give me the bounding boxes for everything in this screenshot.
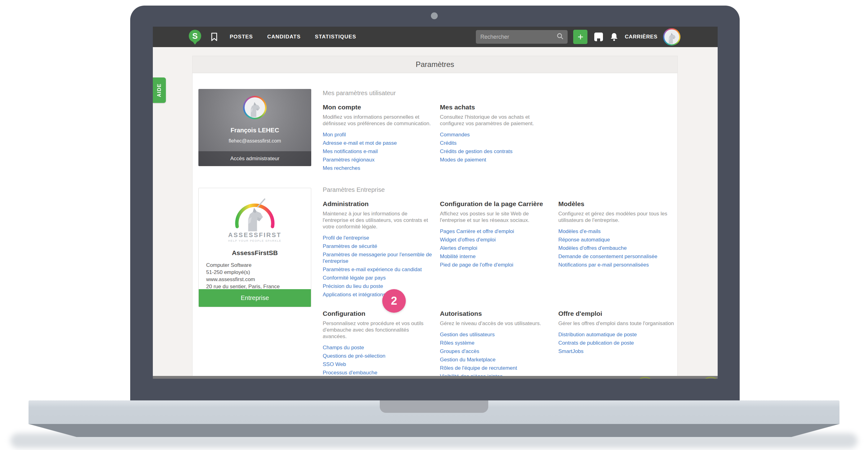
settings-link[interactable]: Paramètres e-mail expérience du candidat: [323, 266, 432, 273]
settings-link[interactable]: Questions de pré-sélection: [323, 353, 432, 359]
user-email: flehec@assessfirst.com: [228, 138, 281, 144]
settings-link[interactable]: Modèles d'offres d'embauche: [558, 245, 676, 251]
settings-link[interactable]: Pages Carrière et offre d'emploi: [440, 228, 549, 235]
settings-link[interactable]: Modèles d'e-mails: [558, 228, 676, 235]
search-box[interactable]: [476, 30, 568, 44]
settings-link[interactable]: Profil de l'entreprise: [323, 235, 432, 241]
nav-candidats[interactable]: CANDIDATS: [267, 34, 301, 40]
user-profile-avatar: [243, 96, 267, 119]
avatar-unicorn-image: [664, 29, 679, 44]
group-desc: Configurez et gérez des modèles pour tou…: [558, 211, 676, 223]
help-tab-label: AIDE: [157, 84, 162, 97]
group-mon-compte: Mon compte Modifiez vos informations per…: [323, 103, 432, 173]
settings-link[interactable]: Visibilité des pièces jointes: [440, 373, 549, 376]
group-page-carriere: Configuration de la page Carrière Affich…: [440, 200, 549, 270]
settings-link[interactable]: Mes notifications e-mail: [323, 148, 432, 155]
settings-link[interactable]: Widget d'offres d'emploi: [440, 236, 549, 243]
annotation-badge-2[interactable]: 2: [382, 289, 406, 313]
bookmark-icon[interactable]: [211, 32, 218, 41]
settings-link[interactable]: Crédits: [440, 140, 549, 146]
nav-statistiques[interactable]: STATISTIQUES: [315, 34, 356, 40]
group-desc: Consultez l'historique de vos achats et …: [440, 114, 549, 127]
group-title: Configuration: [323, 310, 432, 317]
app-screen: S POSTES CANDIDATS STATISTIQUES +: [153, 27, 718, 376]
settings-link[interactable]: Alertes d'emploi: [440, 245, 549, 251]
notifications-bell-icon[interactable]: [610, 32, 618, 42]
settings-link[interactable]: Conformité légale par pays: [323, 275, 432, 281]
settings-link[interactable]: Crédits de gestion des contrats: [440, 148, 549, 155]
entreprise-button[interactable]: Entreprise: [199, 289, 311, 307]
top-navigation-bar: S POSTES CANDIDATS STATISTIQUES +: [153, 27, 718, 47]
group-desc: Modifiez vos informations personnelles e…: [323, 114, 432, 127]
settings-link[interactable]: Gestion des utilisateurs: [440, 331, 549, 338]
group-configuration: Configuration Personnalisez votre procéd…: [323, 310, 432, 376]
group-desc: Affichez vos postes sur le site Web de l…: [440, 211, 549, 223]
settings-link[interactable]: Champs du poste: [323, 344, 432, 351]
group-desc: Gérez le niveau d'accès de vos utilisate…: [440, 320, 549, 327]
laptop-base-front: [29, 424, 839, 437]
settings-link[interactable]: Commandes: [440, 131, 549, 138]
settings-link[interactable]: Demande de consentement personnalisée: [558, 253, 676, 260]
search-icon[interactable]: [556, 33, 564, 41]
help-tab[interactable]: AIDE: [153, 77, 166, 103]
annotation-circle-partial: [635, 377, 655, 379]
laptop-mockup: S POSTES CANDIDATS STATISTIQUES +: [0, 0, 868, 450]
user-avatar[interactable]: [663, 28, 680, 45]
add-new-button[interactable]: +: [573, 30, 587, 44]
settings-link[interactable]: Précision du lieu du poste: [323, 283, 432, 289]
settings-link[interactable]: SSO Web: [323, 361, 432, 367]
settings-link[interactable]: Groupes d'accès: [440, 348, 549, 355]
settings-link[interactable]: Mon profil: [323, 131, 432, 138]
smartrecruiters-logo[interactable]: S: [189, 30, 201, 42]
group-modeles: Modèles Configurez et gérez des modèles …: [558, 200, 676, 270]
settings-link[interactable]: Paramètres de messagerie pour l'ensemble…: [323, 251, 432, 264]
nav-postes[interactable]: POSTES: [230, 34, 253, 40]
user-name: François LEHEC: [230, 127, 279, 134]
group-title: Configuration de la page Carrière: [440, 200, 549, 207]
group-title: Modèles: [558, 200, 676, 207]
company-industry: Computer Software: [206, 262, 311, 269]
laptop-hinge-notch: [380, 400, 488, 413]
company-card: ASSESSFIRST HELP YOUR PEOPLE SPARKLE Ass…: [198, 188, 311, 307]
access-level-badge: Accès administrateur: [198, 151, 311, 166]
settings-link[interactable]: SmartJobs: [558, 348, 676, 355]
main-nav: POSTES CANDIDATS STATISTIQUES: [230, 34, 356, 40]
settings-link[interactable]: Contrats de publication de poste: [558, 340, 676, 346]
group-autorisations: Autorisations Gérez le niveau d'accès de…: [440, 310, 549, 376]
company-logo: ASSESSFIRST HELP YOUR PEOPLE SPARKLE: [199, 188, 311, 243]
settings-link[interactable]: Applications et intégrations: [323, 291, 432, 298]
settings-link[interactable]: Distribution automatique de poste: [558, 331, 676, 338]
webcam-dot: [431, 12, 438, 19]
settings-link[interactable]: Rôles système: [440, 340, 549, 346]
group-title: Mon compte: [323, 103, 432, 111]
settings-link[interactable]: Paramètres de sécurité: [323, 243, 432, 250]
settings-link[interactable]: Mobilité interne: [440, 253, 549, 260]
group-title: Autorisations: [440, 310, 549, 317]
settings-link[interactable]: Rôles de l'équipe de recrutement: [440, 365, 549, 371]
page-title: Paramètres: [416, 60, 454, 69]
section-label-company-settings: Paramètres Entreprise: [323, 186, 385, 193]
settings-panel: Paramètres François LEHEC flehec@assessf…: [192, 56, 678, 376]
settings-link[interactable]: Paramètres régionaux: [323, 157, 432, 163]
settings-link[interactable]: Processus d'embauche: [323, 369, 432, 376]
logo-letter: S: [192, 31, 197, 41]
settings-link[interactable]: Adresse e-mail et mot de passe: [323, 140, 432, 146]
group-administration: Administration Maintenez à jour les info…: [323, 200, 432, 300]
settings-link[interactable]: Modes de paiement: [440, 157, 549, 163]
annotation-circle-partial: [701, 377, 718, 379]
group-desc: Maintenez à jour les informations de l'e…: [323, 211, 432, 230]
settings-link[interactable]: Mes recherches: [323, 165, 432, 171]
group-mes-achats: Mes achats Consultez l'historique de vos…: [440, 103, 549, 165]
company-website: www.assessfirst.com: [206, 276, 311, 283]
company-employees: 51-250 employé(s): [206, 269, 311, 276]
settings-link[interactable]: Notifications par e-mail personnalisées: [558, 262, 676, 268]
careers-link[interactable]: CARRIÈRES: [625, 34, 657, 40]
group-desc: Personnalisez votre procédure et vos out…: [323, 320, 432, 340]
search-input[interactable]: [479, 33, 556, 41]
page-header: Paramètres: [192, 56, 677, 73]
user-profile-card[interactable]: François LEHEC flehec@assessfirst.com Ac…: [198, 89, 311, 166]
settings-link[interactable]: Pied de page de l'offre d'emploi: [440, 262, 549, 268]
settings-link[interactable]: Réponse automatique: [558, 236, 676, 243]
monitor-icon[interactable]: [594, 32, 603, 42]
settings-link[interactable]: Gestion du Marketplace: [440, 356, 549, 363]
